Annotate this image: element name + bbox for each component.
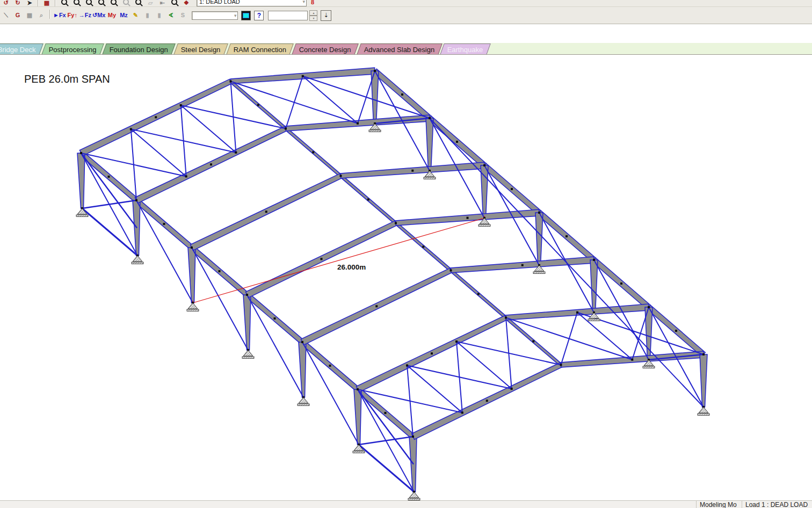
node-marker: [455, 340, 458, 343]
pan-icon[interactable]: ⇤: [157, 0, 168, 7]
pinned-support-icon: [408, 492, 420, 500]
node-marker: [230, 81, 232, 83]
rotate-g-icon[interactable]: G: [12, 9, 23, 21]
zoom-out-icon[interactable]: [71, 0, 82, 7]
node-marker: [631, 359, 633, 361]
assign-to-view-icon[interactable]: ▮: [142, 10, 153, 21]
node-marker: [411, 170, 414, 172]
zoom-window-icon[interactable]: [83, 0, 95, 7]
roof-xbrace: [561, 313, 578, 365]
assign-to-selection-icon[interactable]: ▮: [154, 10, 164, 21]
tab-bridge-deck[interactable]: Bridge Deck: [0, 43, 44, 55]
node-marker: [450, 270, 452, 272]
tab-ram-connection[interactable]: RAM Connection: [226, 43, 294, 55]
film-frame-icon[interactable]: ▦: [41, 0, 52, 7]
roof-purlin: [131, 129, 186, 177]
cursor-icon[interactable]: ➤: [24, 0, 35, 7]
node-marker: [302, 75, 304, 77]
node-marker: [80, 152, 82, 154]
stepper-up-icon[interactable]: ▲: [309, 10, 317, 16]
active-load-combo[interactable]: 1: DEAD LOAD▾: [197, 0, 307, 6]
node-marker: [401, 93, 403, 96]
node-marker: [163, 223, 165, 225]
zoom-out-icon: [74, 0, 79, 5]
node-marker: [135, 199, 137, 201]
pin-icon[interactable]: ⟍: [1, 10, 11, 21]
zoom-in-icon[interactable]: [59, 0, 70, 7]
node-marker: [108, 176, 110, 178]
page-icon[interactable]: ▱: [145, 0, 156, 7]
roof-purlin: [456, 342, 512, 389]
roof-purlin: [407, 366, 462, 413]
moment-my-icon[interactable]: My: [106, 9, 117, 21]
anchor-icon[interactable]: 8: [307, 0, 318, 7]
beam-spec-combo[interactable]: ▾: [192, 11, 238, 20]
status-bar: Modeling Mo Load 1 : DEAD LOAD: [0, 500, 812, 508]
spline-icon[interactable]: S: [177, 9, 188, 21]
rotate-cw-icon[interactable]: ↻: [12, 0, 23, 7]
node-marker: [395, 222, 397, 224]
moment-mz-icon[interactable]: Mz: [118, 9, 129, 21]
assign-load-icon[interactable]: ✎: [130, 10, 141, 21]
window-gap: [0, 24, 812, 43]
node-marker: [483, 164, 485, 166]
rotate-ccw-icon[interactable]: ↺: [1, 0, 11, 7]
left-wall-brace: [192, 248, 248, 350]
node-marker: [219, 270, 221, 272]
tab-earthquake[interactable]: Earthquake: [440, 43, 490, 55]
zoom-all-icon[interactable]: [169, 0, 180, 7]
node-marker: [246, 294, 248, 296]
tab-label: Concrete Design: [299, 46, 351, 54]
node-marker: [461, 412, 463, 414]
tab-steel-design[interactable]: Steel Design: [173, 43, 228, 55]
node-marker: [648, 306, 650, 308]
zoom-previous-icon[interactable]: [96, 0, 107, 7]
status-message-cell: [0, 501, 697, 508]
force-fz-icon[interactable]: →Fz: [79, 9, 91, 21]
tab-foundation-design[interactable]: Foundation Design: [102, 43, 176, 55]
structure-3d-view[interactable]: 26.000m: [0, 55, 812, 500]
help-button[interactable]: ?: [254, 11, 264, 20]
toolbar-row-main: ⟍G▦⌕►FxFy↑→Fz↺MxMyMz✎▮▮∢S ▾ ? ▲ ▼ ⇣: [0, 7, 812, 24]
axes-icon[interactable]: ∢: [165, 10, 176, 21]
chevron-down-icon: ▾: [234, 13, 237, 18]
display-window-button[interactable]: [241, 11, 251, 20]
zoom-extents-icon[interactable]: [108, 0, 119, 7]
model-canvas[interactable]: PEB 26.0m SPAN 26.000m: [0, 55, 812, 500]
roof-xbrace: [286, 76, 303, 129]
node-marker: [301, 341, 303, 343]
node-marker: [511, 388, 513, 390]
status-mode: Modeling Mo: [697, 501, 742, 508]
download-button[interactable]: ⇣: [321, 10, 331, 21]
toolbar-separator: [49, 10, 50, 19]
base-tie: [82, 208, 137, 256]
node-marker: [210, 163, 212, 165]
force-fy-icon[interactable]: Fy↑: [67, 9, 78, 21]
stepper-down-icon[interactable]: ▼: [309, 16, 317, 21]
frames-grid-icon[interactable]: ▦: [24, 10, 35, 21]
tab-label: Foundation Design: [110, 46, 168, 54]
roof-purlin: [577, 313, 632, 360]
node-marker: [566, 235, 568, 237]
value-stepper[interactable]: ▲ ▼: [309, 10, 317, 21]
moment-mx-icon[interactable]: ↺Mx: [92, 10, 106, 21]
workflow-tabstrip: Bridge DeckPostprocessingFoundation Desi…: [0, 43, 812, 55]
tool-hammer-icon[interactable]: ⌕: [36, 10, 47, 21]
node-marker: [257, 104, 259, 106]
node-marker: [486, 400, 488, 402]
node-marker: [505, 317, 507, 319]
zoom-dynamic-icon[interactable]: [120, 0, 132, 7]
pinned-support-icon: [187, 303, 199, 311]
left-wall-brace: [302, 342, 359, 445]
value-field[interactable]: [268, 11, 308, 20]
display-red-icon[interactable]: ❖: [181, 0, 192, 7]
tab-concrete-design[interactable]: Concrete Design: [292, 43, 358, 55]
zoom-selected-icon[interactable]: [133, 0, 144, 7]
tab-postprocessing[interactable]: Postprocessing: [41, 43, 104, 55]
right-column: [426, 118, 433, 171]
base-tie: [359, 445, 414, 492]
force-fx-icon[interactable]: ►Fx: [53, 9, 66, 21]
node-marker: [321, 258, 323, 260]
left-wall-xbrace: [359, 437, 413, 445]
tab-advanced-slab-design[interactable]: Advanced Slab Design: [357, 43, 442, 55]
